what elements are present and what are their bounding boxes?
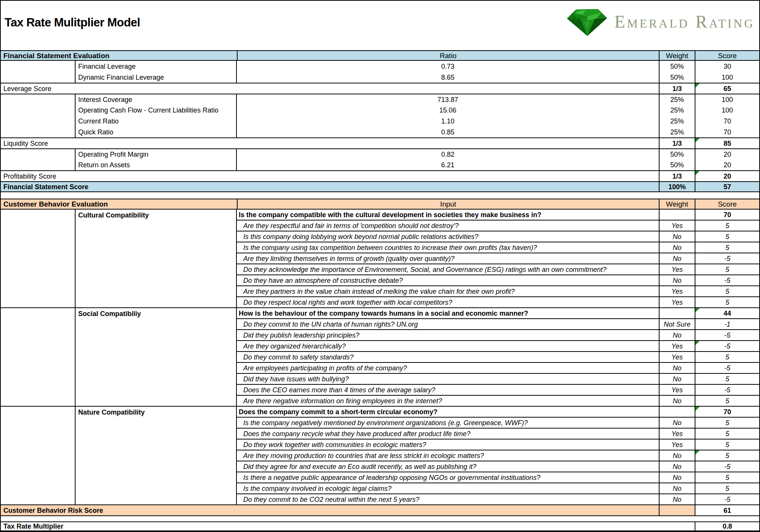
- answer-cell[interactable]: Yes: [659, 385, 695, 396]
- result-value-cell[interactable]: 0.8: [695, 522, 759, 530]
- answer-cell[interactable]: No: [659, 374, 695, 385]
- score-cell[interactable]: 57: [695, 182, 759, 191]
- score-cell[interactable]: 70: [695, 116, 759, 126]
- weight-cell[interactable]: 25%: [659, 126, 695, 137]
- weight-cell[interactable]: 1/3: [659, 171, 695, 181]
- answer-cell[interactable]: No: [659, 418, 695, 429]
- score-cell[interactable]: 5: [695, 483, 759, 494]
- spacer-cell: [1, 396, 75, 406]
- score-cell[interactable]: 85: [695, 138, 759, 148]
- answer-cell[interactable]: No: [659, 330, 695, 341]
- score-cell[interactable]: 5: [695, 297, 759, 307]
- spacer-cell: [1, 116, 75, 126]
- score-cell[interactable]: 5: [695, 439, 759, 450]
- category-spacer-cell: [75, 341, 237, 352]
- score-cell[interactable]: 61: [695, 505, 759, 515]
- weight-cell[interactable]: 1/3: [659, 138, 695, 148]
- score-cell[interactable]: 20: [695, 149, 759, 159]
- score-cell[interactable]: 5: [695, 374, 759, 385]
- score-cell[interactable]: 20: [695, 159, 759, 170]
- score-cell[interactable]: 70: [695, 126, 759, 137]
- score-cell[interactable]: 65: [695, 83, 759, 94]
- answer-cell[interactable]: Yes: [659, 352, 695, 363]
- ratio-value-cell[interactable]: 1.10: [237, 116, 659, 126]
- weight-cell[interactable]: 50%: [659, 72, 695, 83]
- ratio-value-cell[interactable]: 8.65: [237, 72, 659, 83]
- table-row: Social CompatibiliyHow is the behaviour …: [1, 308, 759, 319]
- ratio-value-cell[interactable]: 15.06: [237, 105, 659, 116]
- answer-cell[interactable]: No: [659, 450, 695, 461]
- spacer-cell: [1, 242, 75, 253]
- ratio-value-cell[interactable]: 6.21: [237, 159, 659, 170]
- score-cell[interactable]: 5: [695, 221, 759, 231]
- score-cell[interactable]: 5: [695, 396, 759, 406]
- answer-cell[interactable]: Yes: [659, 341, 695, 352]
- score-cell[interactable]: -5: [695, 253, 759, 264]
- score-cell[interactable]: 5: [695, 231, 759, 242]
- score-cell[interactable]: 5: [695, 242, 759, 253]
- score-cell[interactable]: -5: [695, 330, 759, 341]
- score-cell[interactable]: 5: [695, 472, 759, 483]
- score-cell[interactable]: 70: [695, 210, 759, 221]
- ratio-value-cell[interactable]: 0.82: [237, 149, 659, 159]
- page-title: Tax Rate Mulitplier Model: [5, 16, 140, 29]
- score-cell[interactable]: -5: [695, 385, 759, 396]
- answer-cell[interactable]: No: [659, 363, 695, 374]
- score-cell[interactable]: 20: [695, 171, 759, 181]
- score-cell[interactable]: -5: [695, 494, 759, 504]
- column-header-weight: Weight: [659, 199, 695, 209]
- score-cell[interactable]: -5: [695, 341, 759, 352]
- score-cell[interactable]: 5: [695, 352, 759, 363]
- table-row: Operating Profit Margin0.8250%20: [1, 148, 759, 159]
- score-cell[interactable]: 100: [695, 94, 759, 105]
- weight-cell[interactable]: 50%: [659, 61, 695, 72]
- score-cell[interactable]: 30: [695, 61, 759, 72]
- score-cell[interactable]: 100: [695, 105, 759, 116]
- score-cell[interactable]: 100: [695, 72, 759, 83]
- score-cell[interactable]: -5: [695, 363, 759, 374]
- answer-cell[interactable]: No: [659, 242, 695, 253]
- category-spacer-cell: [75, 242, 237, 253]
- weight-cell[interactable]: 25%: [659, 105, 695, 116]
- answer-cell[interactable]: Yes: [659, 286, 695, 297]
- score-cell[interactable]: -5: [695, 461, 759, 472]
- score-cell[interactable]: 70: [695, 407, 759, 418]
- ratio-value-cell[interactable]: 0.85: [237, 126, 659, 137]
- score-cell[interactable]: -1: [695, 319, 759, 330]
- category-spacer-cell: [75, 363, 237, 374]
- answer-cell[interactable]: Yes: [659, 429, 695, 439]
- answer-cell[interactable]: Yes: [659, 264, 695, 275]
- score-cell[interactable]: 5: [695, 264, 759, 275]
- score-cell[interactable]: 5: [695, 418, 759, 429]
- answer-cell[interactable]: No: [659, 461, 695, 472]
- score-cell[interactable]: -5: [695, 275, 759, 286]
- ratio-value-cell[interactable]: 713.87: [237, 94, 659, 105]
- answer-cell[interactable]: No: [659, 472, 695, 483]
- score-cell[interactable]: 5: [695, 450, 759, 461]
- ratio-value-cell[interactable]: 0.73: [237, 61, 659, 72]
- answer-cell[interactable]: No: [659, 483, 695, 494]
- weight-cell[interactable]: [659, 505, 695, 515]
- question-cell: Are there negative information on firing…: [237, 396, 659, 406]
- answer-cell[interactable]: Yes: [659, 221, 695, 231]
- weight-cell[interactable]: 25%: [659, 116, 695, 126]
- weight-cell[interactable]: 25%: [659, 94, 695, 105]
- answer-cell[interactable]: No: [659, 396, 695, 406]
- answer-cell[interactable]: [659, 407, 695, 418]
- answer-cell[interactable]: Not Sure: [659, 319, 695, 330]
- answer-cell[interactable]: No: [659, 253, 695, 264]
- score-cell[interactable]: 44: [695, 308, 759, 319]
- score-cell[interactable]: 5: [695, 429, 759, 439]
- answer-cell[interactable]: [659, 210, 695, 221]
- weight-cell[interactable]: 50%: [659, 149, 695, 159]
- answer-cell[interactable]: [659, 308, 695, 319]
- answer-cell[interactable]: No: [659, 275, 695, 286]
- weight-cell[interactable]: 50%: [659, 159, 695, 170]
- answer-cell[interactable]: Yes: [659, 439, 695, 450]
- answer-cell[interactable]: Yes: [659, 297, 695, 307]
- answer-cell[interactable]: No: [659, 494, 695, 504]
- answer-cell[interactable]: No: [659, 231, 695, 242]
- score-cell[interactable]: 5: [695, 286, 759, 297]
- weight-cell[interactable]: 100%: [659, 182, 695, 191]
- weight-cell[interactable]: 1/3: [659, 83, 695, 94]
